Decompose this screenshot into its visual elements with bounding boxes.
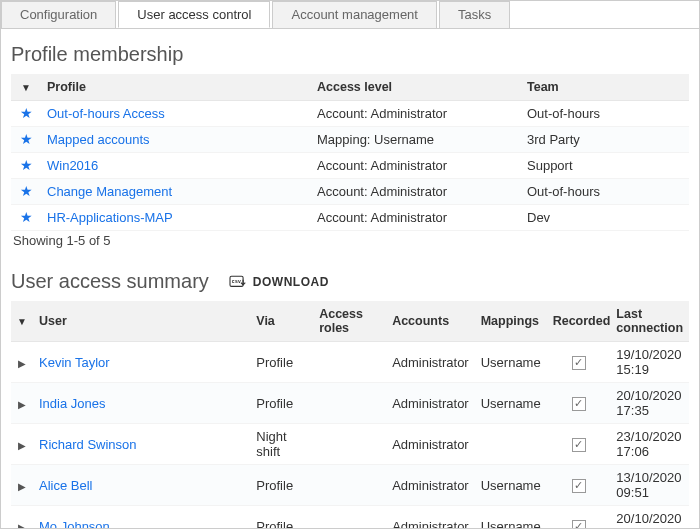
- profile-membership-table: ▼ Profile Access level Team ★Out-of-hour…: [11, 74, 689, 231]
- star-icon[interactable]: ★: [20, 131, 33, 147]
- last-connection-cell: 13/10/2020 09:51: [610, 465, 689, 506]
- tab-tasks[interactable]: Tasks: [439, 1, 510, 28]
- expand-row-icon[interactable]: ▶: [17, 522, 27, 530]
- recorded-checkbox[interactable]: ✓: [572, 356, 586, 370]
- caret-down-icon: ▼: [21, 82, 31, 93]
- user-access-summary-section: User access summary csv DOWNLOAD ▼ User: [1, 252, 699, 529]
- via-cell: Profile: [250, 342, 313, 383]
- via-cell: Profile: [250, 465, 313, 506]
- col-profile[interactable]: Profile: [41, 74, 311, 101]
- expand-row-icon[interactable]: ▶: [17, 440, 27, 451]
- expand-row-icon[interactable]: ▶: [17, 399, 27, 410]
- last-connection-cell: 23/10/2020 17:06: [610, 424, 689, 465]
- user-link[interactable]: Mo Johnson: [39, 519, 110, 530]
- mappings-cell: Username: [475, 465, 547, 506]
- download-button[interactable]: csv DOWNLOAD: [229, 274, 329, 290]
- table-row: ▶Kevin TaylorProfileAdministratorUsernam…: [11, 342, 689, 383]
- access-level-cell: Account: Administrator: [311, 101, 521, 127]
- team-cell: Support: [521, 153, 689, 179]
- mappings-cell: [475, 424, 547, 465]
- access-level-cell: Account: Administrator: [311, 205, 521, 231]
- tab-account-management[interactable]: Account management: [272, 1, 436, 28]
- access-level-cell: Account: Administrator: [311, 153, 521, 179]
- tab-configuration[interactable]: Configuration: [1, 1, 116, 28]
- svg-text:csv: csv: [232, 278, 242, 284]
- user-link[interactable]: Richard Swinson: [39, 437, 137, 452]
- sort-toggle[interactable]: ▼: [11, 74, 41, 101]
- table-row: ▶Alice BellProfileAdministratorUsername✓…: [11, 465, 689, 506]
- recorded-checkbox[interactable]: ✓: [572, 438, 586, 452]
- accounts-cell: Administrator: [386, 383, 475, 424]
- team-cell: 3rd Party: [521, 127, 689, 153]
- star-icon[interactable]: ★: [20, 157, 33, 173]
- user-link[interactable]: Kevin Taylor: [39, 355, 110, 370]
- access-level-cell: Account: Administrator: [311, 179, 521, 205]
- caret-down-icon: ▼: [17, 316, 27, 327]
- recorded-checkbox[interactable]: ✓: [572, 397, 586, 411]
- col-roles[interactable]: Access roles: [313, 301, 386, 342]
- mappings-cell: Username: [475, 506, 547, 530]
- table-row: ★Mapped accountsMapping: Username3rd Par…: [11, 127, 689, 153]
- mappings-cell: Username: [475, 383, 547, 424]
- accounts-cell: Administrator: [386, 465, 475, 506]
- col-last[interactable]: Last connection: [610, 301, 689, 342]
- accounts-cell: Administrator: [386, 342, 475, 383]
- last-connection-cell: 20/10/2020 17:35: [610, 383, 689, 424]
- col-via[interactable]: Via: [250, 301, 313, 342]
- app-frame: ConfigurationUser access controlAccount …: [0, 0, 700, 529]
- roles-cell: [313, 506, 386, 530]
- col-recorded[interactable]: Recorded: [547, 301, 611, 342]
- user-access-summary-title: User access summary: [11, 270, 209, 293]
- team-cell: Out-of-hours: [521, 179, 689, 205]
- table-row: ★HR-Applications-MAPAccount: Administrat…: [11, 205, 689, 231]
- roles-cell: [313, 424, 386, 465]
- col-mappings[interactable]: Mappings: [475, 301, 547, 342]
- profile-membership-section: Profile membership ▼ Profile Access leve…: [1, 29, 699, 252]
- access-level-cell: Mapping: Username: [311, 127, 521, 153]
- star-icon[interactable]: ★: [20, 105, 33, 121]
- profile-link[interactable]: Out-of-hours Access: [47, 106, 165, 121]
- roles-cell: [313, 465, 386, 506]
- col-user[interactable]: User: [33, 301, 250, 342]
- team-cell: Dev: [521, 205, 689, 231]
- profile-membership-title: Profile membership: [11, 43, 689, 66]
- col-access-level[interactable]: Access level: [311, 74, 521, 101]
- col-accounts[interactable]: Accounts: [386, 301, 475, 342]
- star-icon[interactable]: ★: [20, 183, 33, 199]
- profile-link[interactable]: Mapped accounts: [47, 132, 150, 147]
- profile-link[interactable]: Win2016: [47, 158, 98, 173]
- expand-row-icon[interactable]: ▶: [17, 358, 27, 369]
- user-link[interactable]: Alice Bell: [39, 478, 92, 493]
- via-cell: Profile: [250, 506, 313, 530]
- csv-download-icon: csv: [229, 274, 247, 290]
- accounts-cell: Administrator: [386, 506, 475, 530]
- team-cell: Out-of-hours: [521, 101, 689, 127]
- table-row: ★Out-of-hours AccessAccount: Administrat…: [11, 101, 689, 127]
- mappings-cell: Username: [475, 342, 547, 383]
- via-cell: Profile: [250, 383, 313, 424]
- user-link[interactable]: India Jones: [39, 396, 106, 411]
- table-row: ▶Mo JohnsonProfileAdministratorUsername✓…: [11, 506, 689, 530]
- user-access-summary-table: ▼ User Via Access roles Accounts Mapping…: [11, 301, 689, 529]
- recorded-checkbox[interactable]: ✓: [572, 520, 586, 529]
- table-row: ▶India JonesProfileAdministratorUsername…: [11, 383, 689, 424]
- download-label: DOWNLOAD: [253, 275, 329, 289]
- table-row: ★Change ManagementAccount: Administrator…: [11, 179, 689, 205]
- profile-link[interactable]: Change Management: [47, 184, 172, 199]
- table-row: ★Win2016Account: AdministratorSupport: [11, 153, 689, 179]
- expand-row-icon[interactable]: ▶: [17, 481, 27, 492]
- profile-link[interactable]: HR-Applications-MAP: [47, 210, 173, 225]
- roles-cell: [313, 342, 386, 383]
- recorded-checkbox[interactable]: ✓: [572, 479, 586, 493]
- star-icon[interactable]: ★: [20, 209, 33, 225]
- last-connection-cell: 20/10/2020 11:15: [610, 506, 689, 530]
- profile-membership-footer: Showing 1-5 of 5: [11, 231, 689, 252]
- roles-cell: [313, 383, 386, 424]
- accounts-cell: Administrator: [386, 424, 475, 465]
- via-cell: Night shift: [250, 424, 313, 465]
- sort-toggle-2[interactable]: ▼: [11, 301, 33, 342]
- last-connection-cell: 19/10/2020 15:19: [610, 342, 689, 383]
- table-row: ▶Richard SwinsonNight shiftAdministrator…: [11, 424, 689, 465]
- col-team[interactable]: Team: [521, 74, 689, 101]
- tab-user-access-control[interactable]: User access control: [118, 1, 270, 28]
